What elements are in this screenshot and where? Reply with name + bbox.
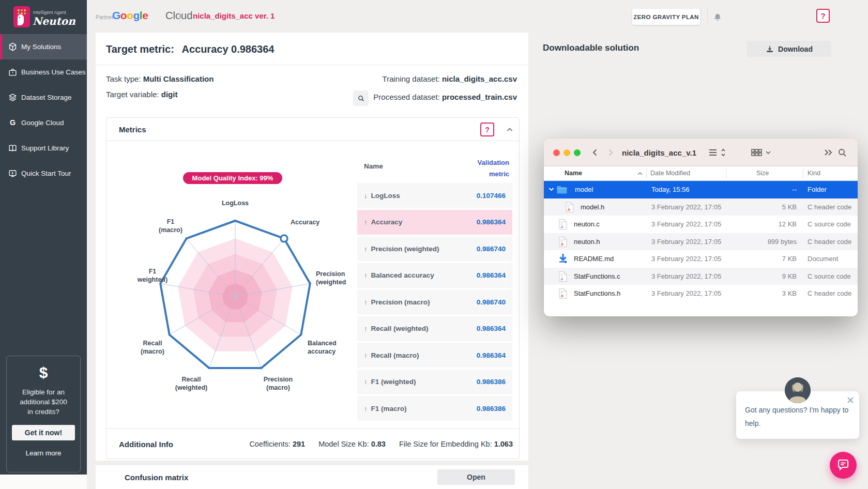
column-divider	[726, 169, 726, 179]
file-name: README.md	[574, 255, 614, 263]
column-header-name[interactable]: Name	[565, 170, 582, 177]
folder-icon	[556, 184, 568, 196]
grid-view-icon[interactable]	[751, 148, 771, 157]
arrow-up-icon: ↑	[364, 378, 368, 386]
metric-row-balanced-accuracy: ↑Balanced accuracy0.986364	[357, 263, 512, 288]
promo-line: Eligible for an	[7, 387, 80, 397]
metric-name: ↑Precision (weighted)	[364, 245, 439, 253]
layers-icon	[8, 93, 18, 102]
partner-label: Partner	[96, 14, 113, 20]
radar-axis-label: LogLoss	[222, 200, 249, 207]
sidebar-item-business-use-cases[interactable]: Business Use Cases	[0, 59, 87, 85]
arrow-up-icon: ↑	[364, 218, 368, 226]
metric-row-f1-weighted: ↑F1 (weighted)0.986386	[357, 370, 512, 394]
metrics-help-button[interactable]: ?	[480, 123, 494, 136]
stat-value: 1.063	[494, 440, 513, 448]
sidebar-item-label: Quick Start Tour	[21, 170, 71, 177]
sidebar-item-my-solutions[interactable]: My Solutions	[0, 34, 87, 59]
help-button[interactable]: ?	[816, 9, 830, 23]
sidebar-item-google-cloud[interactable]: G Google Cloud	[0, 110, 87, 135]
file-name: model.h	[581, 203, 604, 211]
chevron-up-icon[interactable]	[506, 126, 514, 134]
learn-more-link[interactable]: Learn more	[7, 449, 80, 457]
radar-axis-label: (weighted)	[175, 384, 208, 391]
search-icon[interactable]	[837, 148, 847, 157]
metric-value: 0.986740	[477, 298, 506, 306]
download-button[interactable]: Download	[747, 41, 831, 57]
file-date: 3 February 2022, 17:05	[651, 238, 721, 246]
file-kind: C source code	[808, 272, 851, 280]
metric-row-accuracy: ↑Accuracy0.986364	[357, 210, 512, 235]
sidebar-item-support-library[interactable]: Support Library	[0, 135, 87, 161]
task-type-label: Task type:	[106, 74, 141, 83]
file-kind: C header code	[808, 238, 851, 246]
open-confusion-matrix-button[interactable]: Open	[437, 469, 515, 485]
radar-axis-label: weighted)	[137, 276, 167, 283]
coefficients-stat: Coefficients: 291	[249, 440, 305, 448]
metric-value: 0.986386	[477, 378, 506, 386]
metric-row-logloss: ↓LogLoss0.107466	[357, 183, 512, 208]
metric-label: Recall (macro)	[371, 352, 419, 359]
metric-label: Recall (weighted)	[371, 325, 429, 332]
file-row-neuton-c[interactable]: .c neuton.c 3 February 2022, 17:05 12 KB…	[544, 216, 858, 233]
list-view-icon[interactable]	[708, 148, 726, 157]
open-book-icon	[8, 143, 18, 153]
file-date: 3 February 2022, 17:05	[651, 289, 721, 297]
column-header-kind[interactable]: Kind	[808, 170, 820, 177]
more-toolbar-icon[interactable]	[823, 148, 833, 157]
forward-icon[interactable]	[606, 148, 615, 157]
file-row-statfunctions-c[interactable]: .c StatFunctions.c 3 February 2022, 17:0…	[544, 268, 858, 285]
metric-row-precision-macro: ↑Precision (macro)0.986740	[357, 289, 512, 314]
target-variable-line: Target variable: digit	[106, 90, 177, 99]
radar-axis-label: Recall	[182, 376, 201, 383]
confusion-matrix-title: Confusion matrix	[125, 473, 188, 482]
metric-row-recall-weighted: ↑Recall (weighted)0.986364	[357, 316, 512, 341]
back-icon[interactable]	[590, 148, 600, 157]
target-metric-label: Target metric:	[106, 43, 174, 55]
sidebar-item-dataset-storage[interactable]: Dataset Storage	[0, 85, 87, 110]
metric-name: ↑Precision (macro)	[364, 298, 430, 306]
sidebar-item-label: Dataset Storage	[21, 94, 72, 101]
validation-metric-column-header: Validation metric	[478, 157, 509, 180]
metric-label: Balanced accuracy	[371, 271, 434, 279]
arrow-up-icon: ↑	[364, 298, 368, 306]
file-row-model[interactable]: model Today, 15:56 -- Folder	[544, 181, 858, 198]
file-row-statfunctions-h[interactable]: .h StatFunctions.h 3 February 2022, 17:0…	[544, 285, 858, 302]
metric-name: ↑Accuracy	[364, 218, 402, 226]
radar-axis-label: Balanced	[308, 340, 337, 347]
disclosure-chevron-icon[interactable]	[549, 187, 554, 192]
bell-icon[interactable]	[712, 12, 723, 23]
minimize-window-button[interactable]	[564, 149, 570, 156]
screen-play-icon	[8, 169, 18, 178]
divider	[707, 8, 708, 23]
radar-axis-label: F1	[149, 268, 157, 275]
metric-value: 0.986364	[477, 325, 506, 332]
file-row-neuton-h[interactable]: .h neuton.h 3 February 2022, 17:05 899 b…	[544, 233, 858, 251]
c-file-icon: .c	[557, 270, 569, 283]
get-it-now-button[interactable]: Get it now!	[12, 425, 75, 440]
dollar-icon: $	[7, 364, 80, 381]
divider	[96, 65, 528, 65]
column-header-size[interactable]: Size	[756, 170, 769, 177]
sidebar-item-label: Business Use Cases	[21, 68, 86, 76]
processed-dataset-label: Processed dataset:	[373, 93, 439, 101]
sidebar-item-label: Support Library	[21, 144, 69, 152]
file-kind: Folder	[808, 186, 827, 193]
sidebar: Intelligent Agent Neuton My Solutions Bu…	[0, 0, 87, 475]
maximize-window-button[interactable]	[574, 149, 581, 156]
promo-text: Eligible for an additional $200 in credi…	[7, 387, 80, 417]
brand: Intelligent Agent Neuton	[0, 0, 87, 33]
column-header-date-modified[interactable]: Date Modified	[650, 170, 690, 177]
file-row-readme-md[interactable]: README.md 3 February 2022, 17:05 7 KB Do…	[544, 250, 858, 268]
sidebar-item-quick-start-tour[interactable]: Quick Start Tour	[0, 161, 87, 186]
finder-titlebar[interactable]: nicla_digits_acc_v.1	[544, 139, 858, 166]
chat-launcher-button[interactable]	[830, 452, 857, 479]
arrow-up-icon: ↑	[364, 245, 368, 253]
search-dataset-button[interactable]	[353, 90, 369, 106]
file-row-model-h[interactable]: .h model.h 3 February 2022, 17:05 5 KB C…	[544, 198, 858, 216]
close-window-button[interactable]	[553, 149, 560, 156]
metric-name: ↑Recall (weighted)	[364, 325, 429, 332]
zero-gravity-plan-button[interactable]: ZERO GRAVITY PLAN	[632, 9, 700, 25]
credits-promo-card: $ Eligible for an additional $200 in cre…	[6, 356, 81, 472]
close-icon[interactable]	[846, 395, 855, 405]
